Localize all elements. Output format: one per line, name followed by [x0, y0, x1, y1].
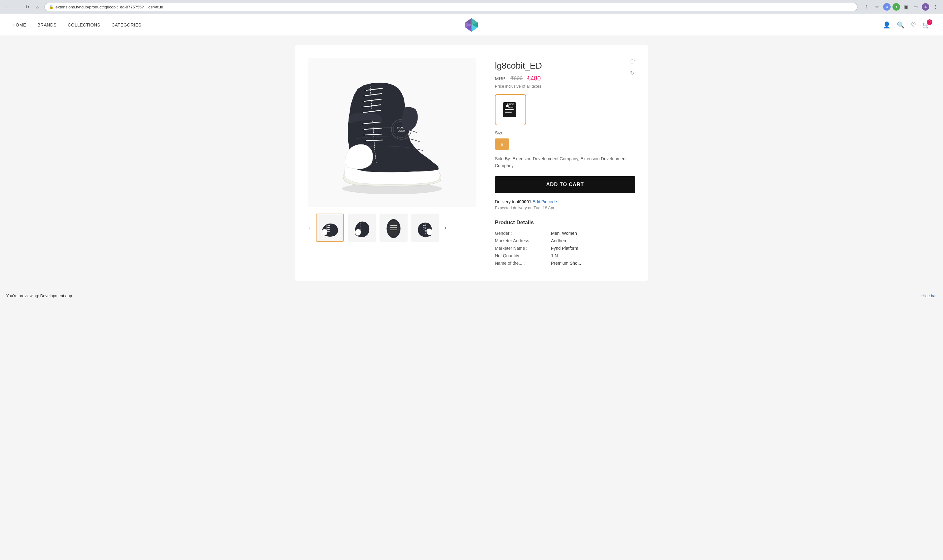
ext-green-icon[interactable]: ✦ [892, 3, 900, 11]
detail-value-address: Andheri [551, 238, 566, 243]
nav-brands[interactable]: BRANDS [37, 22, 57, 28]
detail-key-address: Marketer Address : [495, 238, 551, 243]
pincode-value: 400001 [517, 199, 531, 204]
detail-key-gender: Gender : [495, 231, 551, 236]
thumbnail-4[interactable] [411, 214, 439, 242]
refresh-button[interactable]: ↻ [23, 3, 32, 11]
svg-point-33 [389, 221, 398, 236]
forward-button[interactable]: → [13, 3, 22, 11]
preview-bar: You're previewing: Development app Hide … [0, 290, 943, 301]
ext-avatar-icon[interactable]: A [922, 3, 929, 11]
next-thumbnail-button[interactable]: › [443, 223, 448, 232]
svg-rect-46 [505, 112, 512, 112]
site-logo[interactable] [463, 17, 480, 33]
heart-icon: ♡ [911, 21, 917, 29]
nav-home[interactable]: HOME [12, 22, 26, 28]
detail-row-gender: Gender : Men, Women [495, 231, 635, 236]
detail-value-gender: Men, Women [551, 231, 577, 236]
svg-rect-45 [505, 109, 514, 110]
thumb-image-4 [414, 217, 436, 238]
svg-point-14 [362, 101, 364, 103]
detail-row-marketer: Marketer Name : Fynd Platform [495, 246, 635, 251]
detail-row-address: Marketer Address : Andheri [495, 238, 635, 243]
svg-text:LOGO: LOGO [398, 129, 405, 132]
share-button[interactable]: ⇧ [862, 3, 871, 11]
thumbnail-2[interactable] [348, 214, 376, 242]
sold-by-label: Sold By: [495, 156, 511, 161]
size-label: Size [495, 130, 635, 135]
svg-point-13 [363, 95, 365, 97]
browser-nav-buttons: ← → ↻ ⌂ [3, 3, 42, 11]
nav-left: HOME BRANDS COLLECTIONS CATEGORIES [12, 22, 141, 28]
svg-point-18 [362, 123, 364, 125]
address-bar[interactable]: 🔒 extensions.fynd.io/product/lg8cobit_ed… [44, 3, 858, 11]
size-button[interactable]: 8 [495, 138, 509, 150]
detail-row-quantity: Net Quantity : 1 N [495, 253, 635, 258]
product-actions-right: ♡ ↻ [629, 58, 635, 76]
thumbnail-row: ‹ [308, 214, 476, 242]
nav-collections[interactable]: COLLECTIONS [68, 22, 100, 28]
browser-actions: ⇧ ☆ ⚙ ✦ ▣ ▭ A ⋮ [862, 3, 940, 11]
thumbnail-3[interactable] [380, 214, 408, 242]
account-icon: 👤 [883, 21, 891, 29]
nav-categories[interactable]: CATEGORIES [112, 22, 142, 28]
svg-point-20 [363, 134, 365, 136]
share-product-button[interactable]: ↻ [629, 69, 635, 76]
product-details-title: Product Details [495, 220, 635, 226]
cart-button[interactable]: 🛒 0 [923, 21, 931, 29]
preview-text: You're previewing: Development app [6, 294, 72, 298]
nav-right: 👤 🔍 ♡ 🛒 0 [883, 21, 931, 29]
site-header: HOME BRANDS COLLECTIONS CATEGORIES 👤 🔍 [0, 14, 943, 36]
svg-point-12 [364, 89, 366, 91]
delivery-label: Delivery to [495, 199, 515, 204]
price-tag-icon: PRICE TRUE [500, 100, 520, 120]
prev-thumbnail-button[interactable]: ‹ [308, 223, 312, 232]
detail-row-name: Name of the... : Premium Sho... [495, 261, 635, 266]
price-badge-container: PRICE TRUE [495, 94, 526, 125]
product-image: BRAND LOGO [320, 67, 464, 198]
thumb-image-3 [383, 217, 405, 238]
ext-puzzle-icon[interactable]: ▣ [902, 3, 909, 11]
menu-button[interactable]: ⋮ [931, 3, 940, 11]
delivery-row: Delivery to 400001 Edit Pincode [495, 199, 635, 204]
mrp-label: MRP: [495, 76, 507, 81]
product-images: BRAND LOGO ‹ [308, 58, 476, 268]
star-button[interactable]: ☆ [872, 3, 881, 11]
main-image-container: BRAND LOGO [308, 58, 476, 207]
back-button[interactable]: ← [3, 3, 12, 11]
hide-bar-link[interactable]: Hide bar [921, 294, 937, 298]
lock-icon: 🔒 [49, 5, 54, 9]
sold-by: Sold By: Extension Development Company, … [495, 155, 635, 169]
product-info: ♡ ↻ lg8cobit_ED MRP: ₹600 ₹480 Price inc… [495, 58, 635, 268]
cart-badge: 0 [927, 19, 932, 25]
detail-value-quantity: 1 N [551, 253, 558, 258]
search-icon: 🔍 [897, 21, 905, 29]
svg-line-29 [326, 229, 329, 230]
detail-value-marketer: Fynd Platform [551, 246, 578, 251]
ext-gear-icon[interactable]: ⚙ [883, 3, 891, 11]
thumbnail-1[interactable] [316, 214, 344, 242]
product-details-section: Product Details Gender : Men, Women Mark… [495, 220, 635, 266]
detail-key-name: Name of the... : [495, 261, 551, 266]
browser-chrome: ← → ↻ ⌂ 🔒 extensions.fynd.io/product/lg8… [0, 0, 943, 14]
account-button[interactable]: 👤 [883, 21, 891, 29]
wishlist-button[interactable]: ♡ [911, 21, 917, 29]
home-button[interactable]: ⌂ [33, 3, 42, 11]
url-text: extensions.fynd.io/product/lg8cobit_ed-8… [55, 5, 163, 9]
svg-point-21 [365, 140, 366, 142]
tax-note: Price inclusive of all taxes [495, 84, 635, 89]
expected-delivery: Expected delivery on Tue, 18 Apr [495, 206, 635, 210]
detail-key-quantity: Net Quantity : [495, 253, 551, 258]
wishlist-product-button[interactable]: ♡ [629, 58, 635, 66]
discounted-price: ₹480 [526, 74, 541, 82]
svg-text:PRICE: PRICE [507, 103, 514, 105]
svg-point-19 [362, 129, 364, 131]
product-title: lg8cobit_ED [495, 61, 635, 71]
svg-line-42 [423, 231, 426, 231]
cast-button[interactable]: ▭ [911, 3, 920, 11]
product-container: BRAND LOGO ‹ [295, 45, 648, 281]
edit-pincode-link[interactable]: Edit Pincode [532, 199, 557, 204]
search-button[interactable]: 🔍 [897, 21, 905, 29]
price-row: MRP: ₹600 ₹480 [495, 74, 635, 82]
add-to-cart-button[interactable]: ADD TO CART [495, 176, 635, 193]
